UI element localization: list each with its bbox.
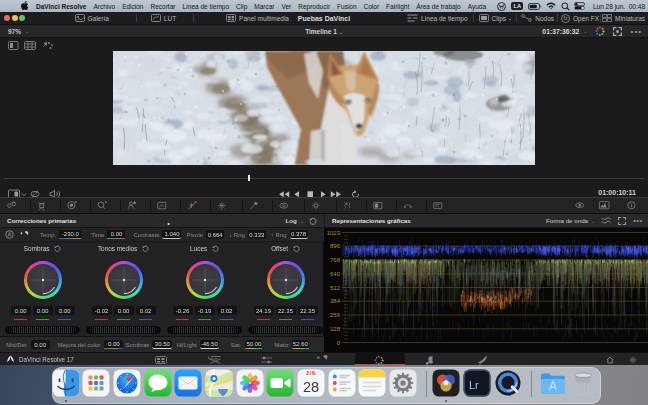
svg-text:1023: 1023 bbox=[327, 230, 341, 236]
svg-text:128: 128 bbox=[330, 326, 341, 332]
svg-text:768: 768 bbox=[330, 257, 341, 263]
svg-text:28: 28 bbox=[303, 379, 319, 395]
svg-text:fx: fx bbox=[563, 15, 567, 21]
svg-text:Lr: Lr bbox=[469, 379, 479, 391]
svg-text:640: 640 bbox=[330, 271, 341, 277]
svg-text:896: 896 bbox=[330, 243, 341, 249]
svg-text:512: 512 bbox=[330, 285, 341, 291]
svg-text:384: 384 bbox=[330, 298, 341, 304]
svg-text:JUN.: JUN. bbox=[306, 371, 316, 376]
svg-text:256: 256 bbox=[330, 312, 341, 318]
